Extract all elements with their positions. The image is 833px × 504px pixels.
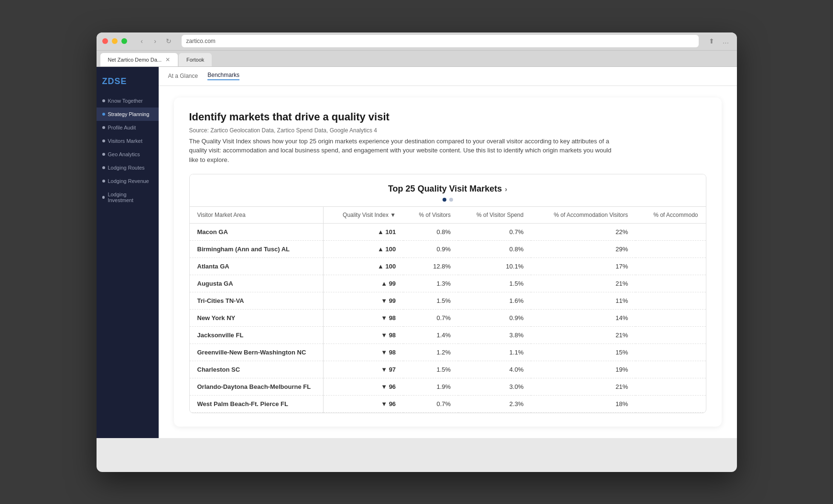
table-row: New York NY ▼ 98 0.7% 0.9% 14%: [190, 310, 706, 327]
sidebar-dot: [102, 99, 105, 102]
col-header-visitors[interactable]: % of Visitors: [403, 207, 458, 224]
cell-pct-acc-visitors: 21%: [531, 275, 636, 292]
pagination-dot-2[interactable]: [449, 198, 453, 202]
table-header-section: Top 25 Quality Visit Markets ›: [190, 174, 706, 206]
col-header-spend[interactable]: % of Visitor Spend: [458, 207, 531, 224]
page-source: Source: Zartico Geolocation Data, Zartic…: [189, 127, 706, 134]
page-description: The Quality Visit Index shows how your t…: [189, 137, 619, 165]
sidebar-label-1: Know Together: [108, 98, 143, 104]
page-title: Identify markets that drive a quality vi…: [189, 111, 706, 123]
sidebar-item-strategy-planning[interactable]: Strategy Planning: [97, 107, 159, 121]
url-text: zartico.com: [186, 38, 216, 44]
sidebar-dot-active: [102, 113, 105, 116]
sidebar-item-profile-audit[interactable]: Profile Audit: [97, 121, 159, 134]
maximize-button[interactable]: [121, 38, 127, 44]
top-nav: At a Glance Benchmarks: [159, 67, 737, 86]
sidebar-label-2: Strategy Planning: [108, 111, 150, 117]
cell-pct-acc: [636, 224, 705, 241]
sidebar-dot-4: [102, 139, 105, 142]
table-row: West Palm Beach-Ft. Pierce FL ▼ 96 0.7% …: [190, 396, 706, 413]
tab-bar: Net Zartico Demo Da... ✕ Fortook: [97, 51, 737, 67]
sidebar-logo: ZDSE: [97, 73, 159, 94]
browser-titlebar: ‹ › ↻ zartico.com ⬆ …: [97, 32, 737, 51]
sidebar-label-8: Lodging Investment: [108, 192, 152, 203]
table-row: Orlando-Daytona Beach-Melbourne FL ▼ 96 …: [190, 378, 706, 396]
tab-active[interactable]: Net Zartico Demo Da... ✕: [100, 53, 178, 66]
tab-label-inactive: Fortook: [186, 57, 204, 63]
more-button[interactable]: …: [721, 36, 731, 46]
table-row: Birmingham (Ann and Tusc) AL ▲ 100 0.9% …: [190, 241, 706, 258]
close-button[interactable]: [102, 38, 108, 44]
cell-pct-acc: [636, 344, 705, 361]
minimize-button[interactable]: [112, 38, 118, 44]
app-container: ZDSE Know Together Strategy Planning Pro…: [97, 67, 737, 439]
browser-nav: ‹ › ↻: [137, 36, 174, 46]
tab-close-active[interactable]: ✕: [165, 56, 170, 63]
sidebar-item-know-together[interactable]: Know Together: [97, 94, 159, 107]
cell-market: New York NY: [190, 310, 324, 327]
cell-pct-acc: [636, 241, 705, 258]
table-row: Jacksonville FL ▼ 98 1.4% 3.8% 21%: [190, 327, 706, 344]
cell-pct-visitors: 1.5%: [403, 292, 458, 310]
chevron-down-icon: ›: [505, 185, 507, 193]
cell-pct-visitors: 0.7%: [403, 396, 458, 413]
pagination-dots: [197, 198, 698, 202]
tab-inactive[interactable]: Fortook: [179, 53, 212, 66]
cell-pct-spend: 0.9%: [458, 310, 531, 327]
cell-market: Jacksonville FL: [190, 327, 324, 344]
data-table: Visitor Market Area Quality Visit Index …: [190, 206, 706, 413]
pagination-dot-1[interactable]: [443, 198, 446, 202]
sidebar-dot-6: [102, 166, 105, 169]
cell-pct-visitors: 1.3%: [403, 275, 458, 292]
table-title[interactable]: Top 25 Quality Visit Markets ›: [388, 184, 507, 194]
col-header-acc-visitors[interactable]: % of Accommodation Visitors: [531, 207, 636, 224]
back-button[interactable]: ‹: [137, 36, 147, 46]
address-bar[interactable]: zartico.com: [182, 35, 699, 47]
cell-pct-acc: [636, 258, 705, 275]
cell-pct-acc-visitors: 21%: [531, 378, 636, 396]
topnav-item-glance[interactable]: At a Glance: [168, 73, 198, 79]
main-card: Identify markets that drive a quality vi…: [174, 97, 722, 427]
cell-pct-visitors: 0.8%: [403, 224, 458, 241]
sidebar-item-visitors-market[interactable]: Visitors Market: [97, 134, 159, 148]
cell-qvi: ▲ 100: [324, 258, 404, 275]
col-header-acc[interactable]: % of Accommodo: [636, 207, 705, 224]
sidebar-item-geo-analytics[interactable]: Geo Analytics: [97, 148, 159, 161]
cell-pct-visitors: 0.7%: [403, 310, 458, 327]
cell-qvi: ▲ 100: [324, 241, 404, 258]
col-header-qvi[interactable]: Quality Visit Index ▼: [324, 207, 404, 224]
sidebar-label-6: Lodging Routes: [108, 165, 145, 171]
cell-pct-acc-visitors: 11%: [531, 292, 636, 310]
sidebar-label-5: Geo Analytics: [108, 151, 140, 157]
sidebar-item-lodging-revenue[interactable]: Lodging Revenue: [97, 174, 159, 188]
forward-button[interactable]: ›: [150, 36, 161, 46]
sidebar-dot-8: [102, 196, 105, 199]
cell-pct-visitors: 0.9%: [403, 241, 458, 258]
cell-qvi: ▼ 98: [324, 310, 404, 327]
cell-pct-acc: [636, 396, 705, 413]
sidebar-item-lodging-investment[interactable]: Lodging Investment: [97, 188, 159, 207]
cell-pct-acc: [636, 378, 705, 396]
sidebar-item-lodging-routes[interactable]: Lodging Routes: [97, 161, 159, 174]
cell-pct-spend: 1.6%: [458, 292, 531, 310]
cell-pct-visitors: 1.4%: [403, 327, 458, 344]
cell-pct-spend: 10.1%: [458, 258, 531, 275]
share-button[interactable]: ⬆: [706, 36, 717, 46]
main-content: At a Glance Benchmarks Identify markets …: [159, 67, 737, 439]
cell-pct-visitors: 1.2%: [403, 344, 458, 361]
cell-market: Atlanta GA: [190, 258, 324, 275]
cell-pct-acc: [636, 361, 705, 378]
cell-pct-acc-visitors: 18%: [531, 396, 636, 413]
sidebar-dot-3: [102, 126, 105, 129]
refresh-button[interactable]: ↻: [163, 36, 174, 46]
topnav-item-benchmarks[interactable]: Benchmarks: [207, 72, 239, 80]
cell-qvi: ▲ 101: [324, 224, 404, 241]
cell-pct-acc-visitors: 29%: [531, 241, 636, 258]
sidebar-label-7: Lodging Revenue: [108, 178, 149, 184]
cell-pct-acc-visitors: 15%: [531, 344, 636, 361]
cell-pct-acc-visitors: 22%: [531, 224, 636, 241]
cell-pct-acc: [636, 275, 705, 292]
cell-pct-spend: 1.1%: [458, 344, 531, 361]
card-container: Identify markets that drive a quality vi…: [159, 86, 737, 439]
cell-market: Orlando-Daytona Beach-Melbourne FL: [190, 378, 324, 396]
